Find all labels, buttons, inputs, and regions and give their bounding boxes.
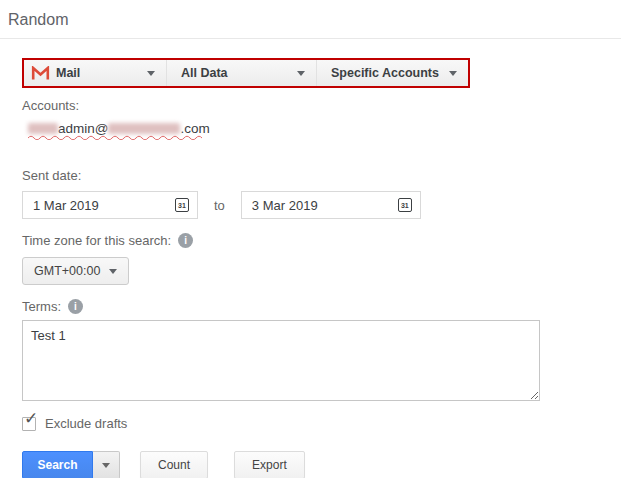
chevron-down-icon xyxy=(102,463,110,468)
chevron-down-icon xyxy=(109,269,117,274)
accounts-scope-dropdown[interactable]: Specific Accounts xyxy=(316,60,468,86)
email-visible-prefix: admin@ xyxy=(58,121,108,136)
count-button[interactable]: Count xyxy=(140,451,208,478)
service-dropdown[interactable]: Mail xyxy=(24,60,166,86)
date-to-value: 3 Mar 2019 xyxy=(252,198,318,213)
email-visible-suffix: .com xyxy=(180,121,209,136)
terms-label-row: Terms: i xyxy=(22,299,621,314)
date-range-row: 1 Mar 2019 31 to 3 Mar 2019 31 xyxy=(22,191,621,219)
search-button[interactable]: Search xyxy=(22,451,93,478)
search-scope-toolbar: Mail All Data Specific Accounts xyxy=(22,58,470,88)
calendar-icon[interactable]: 31 xyxy=(175,198,189,212)
timezone-value: GMT+00:00 xyxy=(34,264,100,278)
search-options-dropdown-button[interactable] xyxy=(93,451,120,478)
exclude-drafts-row: ✓ Exclude drafts xyxy=(22,416,621,431)
calendar-icon[interactable]: 31 xyxy=(398,198,412,212)
service-dropdown-label: Mail xyxy=(56,66,80,80)
gmail-icon xyxy=(31,66,50,81)
timezone-label: Time zone for this search: xyxy=(22,233,171,248)
date-range-separator: to xyxy=(214,198,225,213)
checkmark-icon: ✓ xyxy=(24,410,38,427)
data-scope-dropdown[interactable]: All Data xyxy=(166,60,316,86)
exclude-drafts-label: Exclude drafts xyxy=(45,416,127,431)
sent-date-label: Sent date: xyxy=(22,168,621,183)
accounts-label: Accounts: xyxy=(22,98,621,113)
date-from-value: 1 Mar 2019 xyxy=(33,198,99,213)
terms-textarea[interactable]: Test 1 xyxy=(22,320,540,401)
redacted-text xyxy=(28,123,58,134)
terms-label: Terms: xyxy=(22,299,61,314)
date-to-input[interactable]: 3 Mar 2019 31 xyxy=(241,191,421,219)
info-icon[interactable]: i xyxy=(68,299,83,314)
action-buttons-row: Search Count Export xyxy=(22,451,621,478)
accounts-scope-dropdown-label: Specific Accounts xyxy=(331,66,439,80)
chevron-down-icon xyxy=(147,71,155,76)
page-title: Random xyxy=(0,0,621,38)
account-email: admin@.com xyxy=(28,120,210,137)
export-button[interactable]: Export xyxy=(234,451,305,478)
chevron-down-icon xyxy=(449,71,457,76)
timezone-dropdown[interactable]: GMT+00:00 xyxy=(22,257,129,285)
exclude-drafts-checkbox[interactable]: ✓ xyxy=(22,417,36,431)
top-divider xyxy=(0,38,621,39)
data-scope-dropdown-label: All Data xyxy=(181,66,228,80)
info-icon[interactable]: i xyxy=(178,233,193,248)
timezone-label-row: Time zone for this search: i xyxy=(22,233,621,248)
spellcheck-squiggle xyxy=(28,135,204,140)
redacted-text xyxy=(108,123,180,134)
chevron-down-icon xyxy=(297,71,305,76)
date-from-input[interactable]: 1 Mar 2019 31 xyxy=(22,191,198,219)
